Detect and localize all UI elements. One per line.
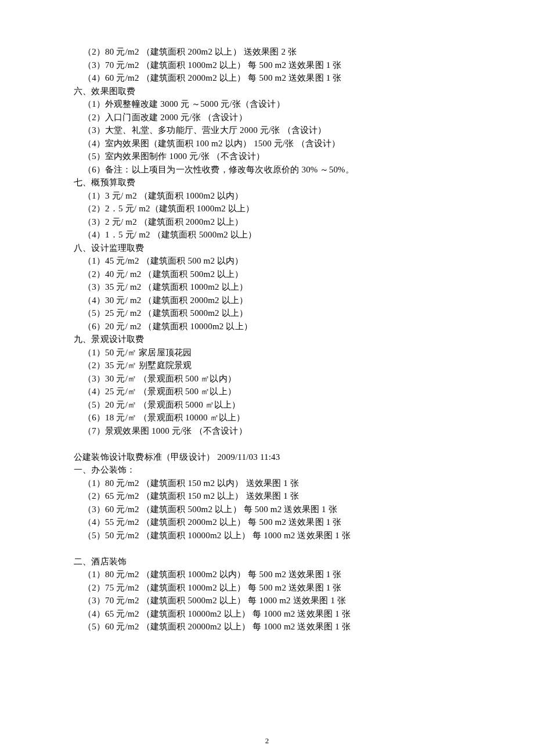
text-line: （6）20 元/ m2 （建筑面积 10000m2 以上） (74, 320, 480, 333)
text-line: （4）25 元/㎡ （景观面积 500 ㎡以上） (74, 385, 480, 398)
text-line: （2）2．5 元/ m2（建筑面积 1000m2 以上） (74, 202, 480, 215)
text-line: （5）25 元/ m2 （建筑面积 5000m2 以上） (74, 307, 480, 320)
text-line: （2）65 元/m2 （建筑面积 150 m2 以上） 送效果图 1 张 (74, 489, 480, 503)
text-line: （3）2 元/ m2 （建筑面积 2000m2 以上） (74, 215, 480, 229)
text-line: （4）1．5 元/ m2 （建筑面积 5000m2 以上） (74, 228, 480, 242)
text-line: （3）70 元/m2 （建筑面积 5000m2 以上） 每 1000 m2 送效… (74, 594, 480, 607)
text-line: （6）备注：以上项目为一次性收费，修改每次收原价的 30% ～50%。 (74, 163, 480, 177)
text-line: （4）室内效果图（建筑面积 100 m2 以内） 1500 元/张 （含设计） (74, 137, 480, 150)
text-line: （4）55 元/m2 （建筑面积 2000m2 以上） 每 500 m2 送效果… (74, 516, 480, 529)
text-line: （3）35 元/ m2 （建筑面积 1000m2 以上） (74, 280, 480, 294)
text-line: （7）景观效果图 1000 元/张 （不含设计） (74, 424, 480, 438)
text-line: （3）60 元/m2 （建筑面积 500m2 以上） 每 500 m2 送效果图… (74, 503, 480, 516)
text-line: （5）20 元/㎡ （景观面积 5000 ㎡以上） (74, 398, 480, 412)
text-line: （1）50 元/㎡ 家居屋顶花园 (74, 346, 480, 359)
text-line: 八、设计监理取费 (74, 242, 480, 255)
text-line: 公建装饰设计取费标准（甲级设计） 2009/11/03 11:43 (74, 451, 480, 464)
text-line: 七、概预算取费 (74, 176, 480, 189)
text-line: 九、景观设计取费 (74, 333, 480, 346)
text-line: （3）30 元/㎡ （景观面积 500 ㎡以内） (74, 372, 480, 386)
text-line: 二、酒店装饰 (74, 555, 480, 568)
text-line: （2）75 元/m2 （建筑面积 1000m2 以上） 每 500 m2 送效果… (74, 581, 480, 595)
text-line: （2）35 元/㎡ 别墅庭院景观 (74, 359, 480, 372)
text-line: （1）80 元/m2 （建筑面积 1000m2 以内） 每 500 m2 送效果… (74, 568, 480, 581)
text-line: （2）入口门面改建 2000 元/张 （含设计） (74, 111, 480, 124)
text-line: （4）60 元/m2 （建筑面积 2000m2 以上） 每 500 m2 送效果… (74, 71, 480, 85)
text-line: （5）50 元/m2 （建筑面积 10000m2 以上） 每 1000 m2 送… (74, 529, 480, 542)
page-number: 2 (0, 736, 534, 746)
text-line: （3）70 元/m2 （建筑面积 1000m2 以上） 每 500 m2 送效果… (74, 59, 480, 72)
text-line: （6）18 元/㎡ （景观面积 10000 ㎡以上） (74, 411, 480, 424)
text-line: （4）65 元/m2 （建筑面积 10000m2 以上） 每 1000 m2 送… (74, 607, 480, 621)
text-line: （5）60 元/m2 （建筑面积 20000m2 以上） 每 1000 m2 送… (74, 620, 480, 633)
text-line: 一、办公装饰： (74, 463, 480, 477)
blank-line (74, 542, 480, 555)
text-line: （2）40 元/ m2 （建筑面积 500m2 以上） (74, 268, 480, 281)
text-line: （3）大堂、礼堂、多功能厅、营业大厅 2000 元/张 （含设计） (74, 124, 480, 137)
text-line: （2）80 元/m2 （建筑面积 200m2 以上） 送效果图 2 张 (74, 45, 480, 59)
text-line: （1）45 元/m2 （建筑面积 500 m2 以内） (74, 254, 480, 268)
text-line: （5）室内效果图制作 1000 元/张 （不含设计） (74, 150, 480, 163)
document-page: （2）80 元/m2 （建筑面积 200m2 以上） 送效果图 2 张（3）70… (0, 0, 480, 633)
text-line: （1）3 元/ m2 （建筑面积 1000m2 以内） (74, 189, 480, 203)
text-line: （1）外观整幢改建 3000 元 ～5000 元/张（含设计） (74, 98, 480, 111)
text-line: （1）80 元/m2 （建筑面积 150 m2 以内） 送效果图 1 张 (74, 477, 480, 490)
text-line: 六、效果图取费 (74, 85, 480, 98)
text-line: （4）30 元/ m2 （建筑面积 2000m2 以上） (74, 294, 480, 307)
blank-line (74, 437, 480, 451)
